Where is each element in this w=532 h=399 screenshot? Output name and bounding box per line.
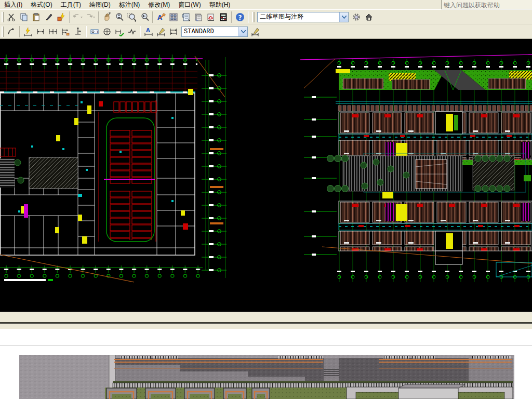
workspace-combo[interactable]: 二维草图与注释 [257, 12, 349, 22]
menu-window[interactable]: 窗口(W) [174, 0, 205, 9]
tolerance-icon: .1 [90, 27, 99, 36]
quickcalc-button[interactable] [217, 11, 230, 23]
arc-length-dimension-button[interactable] [5, 25, 18, 38]
help-search-input[interactable] [442, 1, 532, 9]
drawing-area[interactable] [0, 39, 532, 312]
autocad-window: 插入(I) 格式(O) 工具(T) 绘图(D) 标注(N) 修改(M) 窗口(W… [0, 0, 532, 399]
floor-plan-right [300, 55, 532, 282]
menu-bar: 插入(I) 格式(O) 工具(T) 绘图(D) 标注(N) 修改(M) 窗口(W… [0, 0, 532, 9]
infocenter-search [441, 0, 532, 9]
dim-style-combo[interactable]: STANDARD [181, 26, 248, 37]
workspace-settings-icon [352, 12, 361, 22]
zoom-realtime-icon [115, 12, 124, 22]
paste-button[interactable] [30, 11, 43, 23]
pen-button[interactable] [43, 11, 55, 23]
markup-set-manager-button[interactable] [205, 11, 217, 23]
menu-draw[interactable]: 绘图(D) [85, 0, 115, 9]
center-mark-button[interactable] [101, 25, 113, 38]
tolerance-button[interactable]: .1 [88, 25, 101, 38]
toolbar-grip[interactable] [2, 26, 4, 37]
dimension-toolbar: .1 A STANDARD [0, 24, 532, 39]
match-properties-icon [57, 12, 66, 22]
dim-style-combo-value: STANDARD [182, 28, 238, 35]
dimension-space-icon [169, 27, 178, 36]
cut-button[interactable] [5, 11, 18, 23]
toolbar-separator [86, 26, 87, 37]
menu-modify[interactable]: 修改(M) [144, 0, 174, 9]
chevron-down-icon[interactable] [238, 27, 247, 36]
command-line[interactable] [0, 329, 532, 345]
toolbar-separator [140, 26, 141, 37]
linear-dimension-button[interactable] [34, 25, 47, 38]
linear-dimension-icon [36, 27, 45, 36]
center-mark-icon [102, 27, 112, 36]
dimension-edit-button[interactable] [155, 25, 167, 38]
menu-format[interactable]: 格式(O) [26, 0, 56, 9]
copy-button[interactable] [18, 11, 30, 23]
toolbar-separator [231, 11, 232, 23]
help-icon: ? [235, 12, 245, 22]
dimension-style-icon [251, 27, 260, 36]
horizontal-scrollbar[interactable] [0, 312, 532, 322]
redo-button[interactable] [84, 11, 97, 23]
designcenter-button[interactable] [167, 11, 180, 23]
baseline-dimension-button[interactable] [59, 25, 72, 38]
zoom-window-button[interactable] [126, 11, 138, 23]
dimension-text-edit-button[interactable]: A [142, 25, 155, 38]
markup-set-manager-icon [206, 12, 216, 22]
rendering-preview-image [19, 355, 514, 399]
properties-button[interactable]: A [155, 11, 167, 23]
designcenter-icon [169, 12, 178, 22]
toolbar-separator [248, 11, 249, 23]
zoom-realtime-button[interactable] [113, 11, 126, 23]
dimension-space-button[interactable] [167, 25, 180, 38]
menu-insert[interactable]: 插入(I) [0, 0, 26, 9]
quick-dimension-button[interactable] [22, 25, 34, 38]
dimension-edit-icon [156, 27, 166, 36]
toolbar-separator [19, 26, 20, 37]
ordinate-dimension-button[interactable] [72, 25, 84, 38]
jogged-dimension-button[interactable] [126, 25, 138, 38]
toolbar-separator [152, 11, 153, 23]
toolbar-separator [69, 11, 70, 23]
undo-button[interactable] [72, 11, 84, 23]
dimension-update-icon [115, 27, 124, 36]
toolbar-separator [98, 11, 99, 23]
ordinate-dimension-icon [73, 27, 83, 36]
zoom-previous-icon [140, 12, 149, 22]
preview-section [0, 346, 532, 399]
toolbar-grip[interactable] [252, 12, 255, 22]
continue-dimension-icon [48, 27, 58, 36]
copy-icon [19, 12, 29, 22]
quickcalc-icon [219, 12, 228, 22]
redo-icon [85, 12, 96, 22]
floor-plan-left [0, 55, 227, 282]
sheet-set-manager-button[interactable] [192, 11, 205, 23]
match-properties-button[interactable] [55, 11, 68, 23]
baseline-dimension-icon [61, 27, 70, 36]
dimension-text-edit-icon: A [144, 27, 153, 36]
help-button[interactable]: ? [234, 11, 246, 23]
menu-tools[interactable]: 工具(T) [57, 0, 85, 9]
undo-icon [72, 12, 84, 22]
zoom-previous-button[interactable] [138, 11, 151, 23]
menu-dimension[interactable]: 标注(N) [115, 0, 144, 9]
menu-help[interactable]: 帮助(H) [205, 0, 235, 9]
my-workspace-icon [364, 12, 374, 22]
standard-toolbar: A ? 二维草图与注释 [0, 9, 532, 24]
layout-tab-strip[interactable] [0, 324, 532, 329]
workspace-settings-button[interactable] [350, 11, 363, 23]
jogged-dimension-icon [127, 27, 137, 36]
pan-button[interactable] [101, 11, 113, 23]
svg-text:.1: .1 [95, 30, 99, 34]
tool-palettes-button[interactable] [180, 11, 192, 23]
sheet-set-manager-icon [194, 12, 203, 22]
pan-icon [102, 12, 112, 22]
continue-dimension-button[interactable] [47, 25, 59, 38]
arc-length-dimension-icon [7, 27, 16, 36]
my-workspace-button[interactable] [363, 11, 375, 23]
toolbar-grip[interactable] [2, 12, 4, 22]
dimension-style-button[interactable] [249, 25, 262, 38]
chevron-down-icon[interactable] [339, 12, 348, 22]
dimension-update-button[interactable] [113, 25, 126, 38]
